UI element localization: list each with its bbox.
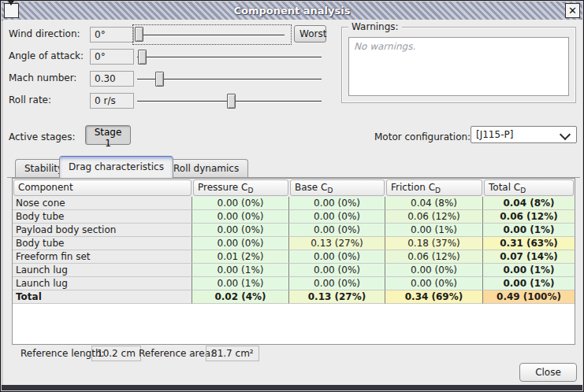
window-bottom-edge — [2, 385, 582, 390]
stage-1-toggle-button[interactable]: Stage 1 — [85, 125, 131, 145]
value-cell: 0.00 (0%) — [192, 197, 289, 210]
column-header[interactable]: Base CD — [290, 179, 385, 196]
slider-handle[interactable] — [227, 94, 236, 109]
table-row: Freeform fin set0.01 (2%)0.00 (0%)0.06 (… — [13, 250, 575, 264]
value-cell: 0.00 (0%) — [192, 237, 289, 250]
table-row: Launch lug0.00 (1%)0.00 (0%)0.00 (0%)0.0… — [13, 277, 575, 290]
value-cell: 0.00 (1%) — [385, 224, 483, 237]
control-label: Mach number: — [9, 72, 76, 83]
slider-handle[interactable] — [138, 50, 147, 65]
title-bar[interactable]: Component analysis ✕ — [2, 2, 582, 20]
window-close-button[interactable]: ✕ — [565, 3, 580, 18]
motor-configuration-label: Motor configuration: — [374, 131, 471, 142]
control-value-field[interactable]: 0.30 — [90, 71, 134, 87]
value-cell: 0.00 (1%) — [483, 264, 575, 277]
slider[interactable] — [136, 92, 322, 110]
value-cell: 0.00 (1%) — [192, 264, 289, 277]
tab-drag-characteristics[interactable]: Drag characteristics — [59, 156, 173, 178]
reference-area-value: 81.7 cm² — [206, 346, 259, 361]
control-value-field[interactable]: 0° — [90, 27, 134, 43]
column-header[interactable]: Friction CD — [386, 179, 482, 196]
reference-length-value: 10.2 cm — [91, 346, 141, 361]
value-cell: 0.00 (0%) — [289, 197, 385, 210]
value-cell: 0.04 (8%) — [385, 197, 483, 210]
slider-track — [137, 57, 322, 58]
component-cell: Launch lug — [13, 264, 192, 277]
value-cell: 0.00 (1%) — [192, 277, 289, 290]
value-cell: 0.00 (0%) — [385, 264, 483, 277]
component-cell: Nose cone — [13, 197, 192, 210]
component-cell: Freeform fin set — [13, 250, 192, 264]
chevron-down-icon — [560, 129, 571, 140]
no-warnings-text: No warnings. — [349, 38, 568, 55]
value-cell: 0.02 (4%) — [192, 290, 289, 304]
component-cell: Total — [13, 290, 192, 304]
table-row: Body tube0.00 (0%)0.00 (0%)0.06 (12%)0.0… — [13, 210, 575, 224]
warnings-group: Warnings: No warnings. — [341, 27, 576, 103]
table-row: Body tube0.00 (0%)0.13 (27%)0.18 (37%)0.… — [13, 237, 575, 250]
warnings-group-title: Warnings: — [348, 21, 402, 32]
window-title: Component analysis — [2, 2, 582, 20]
value-cell: 0.00 (1%) — [483, 224, 575, 237]
warnings-list: No warnings. — [348, 37, 569, 96]
value-cell: 0.06 (12%) — [483, 210, 575, 224]
close-icon: ✕ — [568, 5, 577, 17]
slider-handle[interactable] — [155, 72, 164, 87]
reference-area-label: Reference area: — [139, 348, 214, 359]
slider[interactable] — [136, 48, 322, 66]
table-row: Total0.02 (4%)0.13 (27%)0.34 (69%)0.49 (… — [13, 290, 575, 304]
table-body: Nose cone0.00 (0%)0.00 (0%)0.04 (8%)0.04… — [13, 197, 575, 304]
value-cell: 0.00 (1%) — [483, 277, 575, 290]
table-header-row: ComponentPressure CDBase CDFriction CDTo… — [13, 179, 575, 197]
component-cell: Launch lug — [13, 277, 192, 290]
slider[interactable] — [136, 70, 322, 88]
value-cell: 0.00 (0%) — [289, 250, 385, 264]
column-header[interactable]: Component — [13, 179, 192, 196]
value-cell: 0.00 (0%) — [192, 224, 289, 237]
table-row: Nose cone0.00 (0%)0.00 (0%)0.04 (8%)0.04… — [13, 197, 575, 210]
value-cell: 0.06 (12%) — [385, 250, 483, 264]
drag-table-scrollpane[interactable]: ComponentPressure CDBase CDFriction CDTo… — [12, 178, 575, 345]
control-label: Wind direction: — [9, 28, 80, 39]
control-value-field[interactable]: 0° — [90, 49, 134, 65]
close-button[interactable]: Close — [519, 363, 577, 382]
control-label: Roll rate: — [9, 94, 51, 105]
slider-track — [137, 79, 322, 80]
value-cell: 0.00 (0%) — [289, 264, 385, 277]
value-cell: 0.00 (0%) — [192, 210, 289, 224]
slider-handle[interactable] — [135, 27, 143, 42]
value-cell: 0.06 (12%) — [385, 210, 483, 224]
motor-configuration-value: [J115-P] — [476, 128, 513, 142]
column-header[interactable]: Pressure CD — [193, 179, 288, 196]
component-analysis-dialog: Component analysis ✕ Wind direction:0°Wo… — [0, 0, 584, 392]
tab-roll-dynamics[interactable]: Roll dynamics — [164, 159, 248, 177]
value-cell: 0.31 (63%) — [483, 237, 575, 250]
column-header[interactable]: Total CD — [484, 179, 574, 196]
value-cell: 0.34 (69%) — [385, 290, 483, 304]
value-cell: 0.18 (37%) — [385, 237, 483, 250]
table-row: Payload body section0.00 (0%)0.00 (0%)0.… — [13, 224, 575, 237]
motor-configuration-select[interactable]: [J115-P] — [471, 126, 577, 143]
component-cell: Payload body section — [13, 224, 192, 237]
dialog-content: Wind direction:0°WorstAngle of attack:0°… — [3, 20, 582, 386]
value-cell: 0.00 (0%) — [289, 224, 385, 237]
worst-button[interactable]: Worst — [294, 25, 326, 43]
value-cell: 0.13 (27%) — [289, 237, 385, 250]
value-cell: 0.01 (2%) — [192, 250, 289, 264]
slider[interactable] — [132, 24, 292, 45]
component-cell: Body tube — [13, 210, 192, 224]
value-cell: 0.07 (14%) — [483, 250, 575, 264]
control-value-field[interactable]: 0 r/s — [90, 93, 134, 109]
active-stages-label: Active stages: — [9, 131, 76, 142]
table-row: Launch lug0.00 (1%)0.00 (0%)0.00 (0%)0.0… — [13, 264, 575, 277]
value-cell: 0.00 (0%) — [289, 277, 385, 290]
control-label: Angle of attack: — [9, 50, 84, 61]
component-cell: Body tube — [13, 237, 192, 250]
value-cell: 0.13 (27%) — [289, 290, 385, 304]
value-cell: 0.00 (0%) — [289, 210, 385, 224]
slider-track — [137, 35, 285, 36]
value-cell: 0.04 (8%) — [483, 197, 575, 210]
value-cell: 0.49 (100%) — [483, 290, 575, 304]
value-cell: 0.00 (0%) — [385, 277, 483, 290]
